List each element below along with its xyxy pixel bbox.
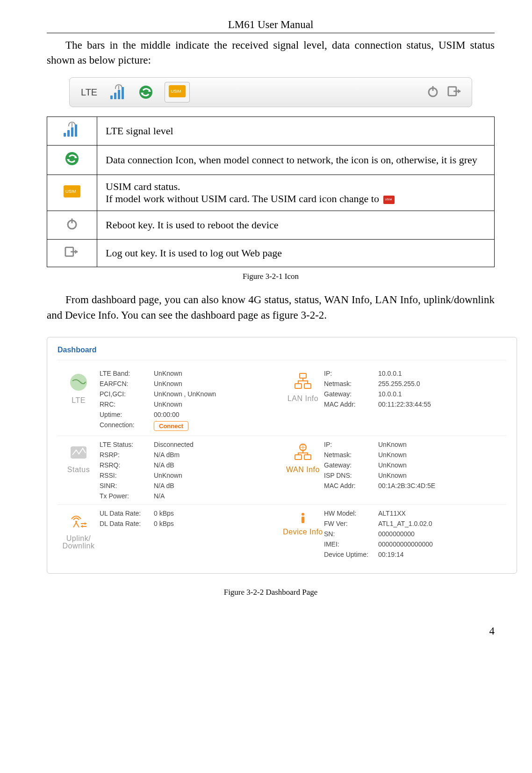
v: N/A dBm	[154, 451, 194, 459]
k: RRC:	[100, 401, 151, 408]
k: RSRQ:	[100, 461, 151, 469]
table-desc: LTE signal level	[97, 117, 495, 146]
svg-rect-11	[72, 219, 73, 223]
figure-caption: Figure 3-2-1 Icon	[47, 272, 495, 281]
v: N/A dB	[154, 482, 194, 489]
middle-text: From dashboard page, you can also know 4…	[47, 292, 495, 322]
info-icon	[296, 518, 309, 526]
k: UL Data Rate:	[100, 510, 151, 517]
k: Gateway:	[324, 461, 375, 469]
k: IMEI:	[324, 540, 375, 548]
v: 00:19:14	[378, 551, 433, 558]
table-row: USIM card status. If model work without …	[47, 175, 495, 211]
v: ALT11XX	[378, 510, 433, 517]
k: ISP DNS:	[324, 472, 375, 479]
k: Device Uptime:	[324, 551, 375, 558]
k: Connection:	[100, 421, 151, 431]
svg-marker-13	[75, 250, 78, 254]
svg-rect-4	[432, 86, 434, 91]
v: UnKnown	[154, 380, 216, 387]
v: 00:11:22:33:44:55	[378, 401, 431, 408]
v: 255.255.255.0	[378, 380, 431, 387]
svg-point-0	[139, 86, 152, 99]
connect-button[interactable]: Connect	[154, 421, 188, 431]
k: HW Model:	[324, 510, 375, 517]
v: UnKnown	[378, 451, 435, 459]
v: UnKnown	[378, 441, 435, 448]
v: UnKnown	[378, 472, 435, 479]
k: Gateway:	[324, 390, 375, 398]
table-row: LTE signal level	[47, 117, 495, 146]
downlink-label: Downlink	[58, 542, 100, 550]
wan-label: WAN Info	[282, 466, 324, 474]
figure-caption: Figure 3-2-2 Dashboard Page	[47, 588, 495, 597]
v: 10.0.0.1	[378, 370, 431, 377]
k: IP:	[324, 441, 375, 448]
k: RSSI:	[100, 472, 151, 479]
v: 000000000000000	[378, 540, 433, 548]
v: 0000000000	[378, 530, 433, 538]
v: N/A dB	[154, 461, 194, 469]
signal-icon	[110, 85, 127, 99]
svg-rect-17	[304, 384, 311, 388]
network-label: LTE	[79, 85, 99, 100]
lan-label: LAN Info	[282, 394, 324, 403]
page-number: 4	[47, 625, 495, 637]
k: RSRP:	[100, 451, 151, 459]
v: UnKnown	[154, 401, 216, 408]
svg-marker-6	[458, 89, 461, 94]
device-info-label: Device Info	[282, 528, 324, 536]
k: FW Ver:	[324, 520, 375, 527]
k: DL Data Rate:	[100, 520, 151, 527]
svg-rect-20	[295, 455, 302, 459]
v: UnKnown	[378, 461, 435, 469]
svg-point-14	[70, 374, 87, 391]
data-connection-icon	[138, 85, 153, 100]
v: N/A	[154, 492, 194, 500]
k: Uptime:	[100, 411, 151, 418]
data-connection-icon	[47, 146, 97, 175]
v: 00:1A:2B:3C:4D:5E	[378, 482, 435, 489]
k: MAC Addr:	[324, 482, 375, 489]
v: UnKnown	[154, 370, 216, 377]
signal-icon	[47, 117, 97, 146]
svg-rect-16	[295, 384, 302, 388]
status-bar: LTE	[69, 77, 472, 107]
v: 0 kBps	[154, 520, 174, 527]
logout-icon[interactable]	[447, 85, 462, 100]
v: 00:00:00	[154, 411, 216, 418]
lte-label: LTE	[58, 396, 100, 405]
status-label: Status	[58, 466, 100, 474]
v: Disconnected	[154, 441, 194, 448]
table-row: Data connection Icon, when model connect…	[47, 146, 495, 175]
svg-point-22	[75, 521, 77, 523]
v: UnKnown	[154, 472, 194, 479]
usim-red-icon	[383, 196, 395, 204]
svg-rect-21	[304, 455, 311, 459]
v: 10.0.0.1	[378, 390, 431, 398]
k: SINR:	[100, 482, 151, 489]
logout-icon[interactable]	[47, 240, 97, 267]
k: SN:	[324, 530, 375, 538]
usim-icon	[47, 175, 97, 211]
svg-point-25	[302, 513, 304, 516]
k: Netmask:	[324, 380, 375, 387]
table-desc: Reboot key. It is used to reboot the dev…	[97, 211, 495, 240]
usim-icon	[169, 85, 186, 97]
status-icon	[69, 443, 88, 462]
k: LTE Band:	[100, 370, 151, 377]
reboot-icon[interactable]	[426, 84, 440, 100]
svg-rect-15	[300, 373, 306, 378]
svg-marker-24	[81, 525, 83, 528]
k: Tx Power:	[100, 492, 151, 500]
reboot-icon[interactable]	[47, 211, 97, 240]
uplink-downlink-icon	[69, 525, 88, 532]
svg-rect-26	[302, 517, 304, 523]
intro-text: The bars in the middle indicate the rece…	[47, 38, 495, 68]
k: EARFCN:	[100, 380, 151, 387]
v: 0 kBps	[154, 510, 174, 517]
table-row: Reboot key. It is used to reboot the dev…	[47, 211, 495, 240]
k: MAC Addr:	[324, 401, 375, 408]
table-desc: Data connection Icon, when model connect…	[97, 146, 495, 175]
k: Netmask:	[324, 451, 375, 459]
